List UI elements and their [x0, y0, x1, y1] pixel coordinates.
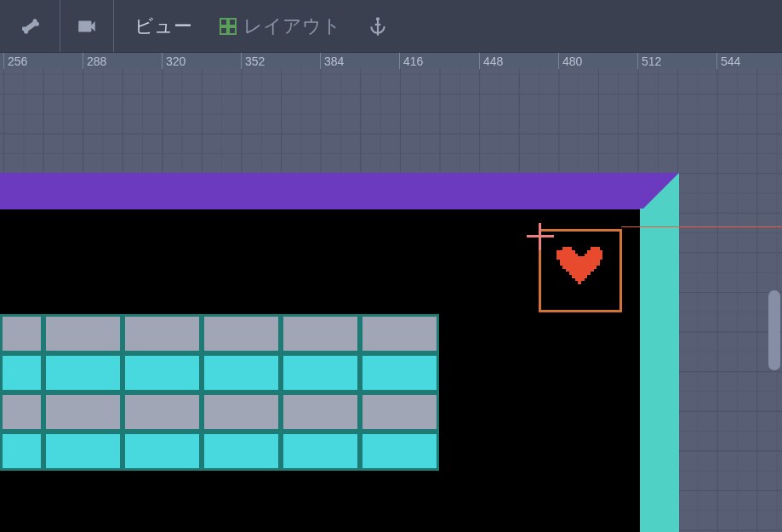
ruler-tick: 448: [479, 53, 503, 69]
brick: [360, 392, 439, 432]
crosshair-vertical: [539, 223, 541, 250]
teal-triangle: [640, 173, 679, 212]
brick: [202, 392, 281, 432]
ruler-tick: 544: [716, 53, 740, 69]
editor-canvas[interactable]: [0, 69, 782, 532]
bone-icon: [22, 15, 44, 37]
brick: [360, 314, 439, 353]
view-menu-button[interactable]: ビュー: [114, 0, 208, 52]
brick: [202, 314, 281, 353]
brick: [123, 314, 202, 353]
camera-tool-button[interactable]: [60, 0, 114, 52]
toolbar: ビュー レイアウト: [0, 0, 782, 52]
brick: [202, 353, 281, 392]
brick: [43, 432, 123, 471]
brick: [281, 314, 360, 353]
brick: [360, 353, 439, 392]
ruler-tick: 320: [162, 53, 186, 69]
svg-marker-0: [640, 173, 679, 212]
brick: [123, 392, 202, 432]
bone-tool-button[interactable]: [7, 0, 60, 52]
purple-platform: [0, 173, 679, 209]
brick: [0, 353, 43, 392]
vertical-scrollbar[interactable]: [768, 290, 780, 370]
ruler-tick: 256: [3, 53, 27, 69]
view-menu-label: ビュー: [134, 14, 192, 39]
brick: [43, 314, 123, 353]
anchor-tool-button[interactable]: [351, 0, 404, 52]
brick: [0, 314, 43, 353]
brick: [123, 353, 202, 392]
ruler-tick: 384: [320, 53, 344, 69]
brick: [43, 353, 123, 392]
brick: [360, 432, 439, 471]
brick: [281, 432, 360, 471]
layout-menu-label: レイアウト: [243, 14, 341, 39]
grid-icon: [218, 16, 238, 37]
ruler-tick: 512: [637, 53, 661, 69]
brick: [0, 392, 43, 432]
horizontal-ruler: 256 288 320 352 384 416 448 480 512 544: [0, 52, 782, 69]
brick: [0, 432, 43, 471]
brick: [43, 392, 123, 432]
anchor-icon: [367, 15, 389, 37]
guide-line-horizontal: [621, 226, 782, 227]
ruler-tick: 352: [241, 53, 265, 69]
camera-icon: [76, 15, 98, 37]
brick: [202, 432, 281, 471]
ruler-tick: 416: [399, 53, 423, 69]
brick: [123, 432, 202, 471]
ruler-tick: 480: [558, 53, 582, 69]
ruler-tick: 288: [83, 53, 106, 69]
brick-grid: [0, 314, 440, 471]
brick: [281, 353, 360, 392]
heart-sprite[interactable]: [557, 243, 606, 288]
layout-menu-button[interactable]: レイアウト: [208, 0, 351, 52]
brick: [281, 392, 360, 432]
teal-wall: [640, 209, 679, 532]
